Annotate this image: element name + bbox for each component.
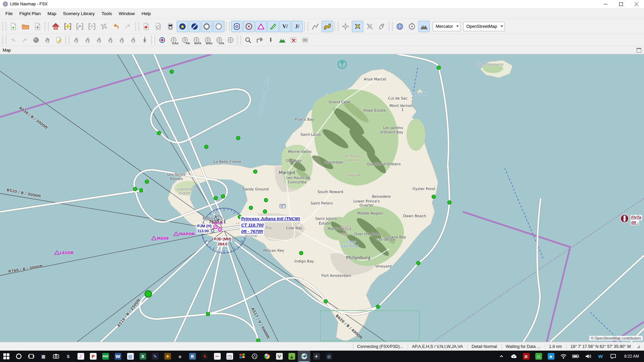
- toggle-jet-airways-button[interactable]: J/: [291, 21, 303, 32]
- toggle-waypoints-button[interactable]: [255, 21, 267, 32]
- toggle-online-aircraft-button[interactable]: [376, 21, 387, 32]
- center-next-waypoint-button[interactable]: [105, 35, 116, 45]
- toggle-hillshading-button[interactable]: [418, 21, 430, 32]
- taskbar-clock[interactable]: 8:22 AM: [619, 351, 644, 362]
- toolbar-handle[interactable]: [65, 36, 69, 44]
- airspace-other-button[interactable]: OTR: [214, 35, 224, 45]
- taskbar-app-s[interactable]: S: [62, 351, 74, 362]
- menu-scenery-library[interactable]: Scenery Library: [60, 10, 98, 17]
- center-route-button[interactable]: [128, 35, 139, 45]
- show-aircraft-departure-button[interactable]: [98, 21, 110, 32]
- toggle-hard-runway-airports-button[interactable]: [189, 21, 200, 32]
- taskbar-chrome[interactable]: [261, 351, 273, 362]
- taskbar-r-app[interactable]: R: [186, 351, 199, 362]
- toolbar-handle[interactable]: [2, 22, 6, 31]
- airspace-restricted-button[interactable]: RSTR: [191, 35, 202, 45]
- tray-show-hidden-icons[interactable]: [495, 351, 507, 362]
- tray-wifi[interactable]: [557, 351, 570, 362]
- adjust-view-route-button[interactable]: [74, 21, 86, 32]
- toolbar-handle[interactable]: [237, 36, 241, 44]
- taskbar-windows-legacy[interactable]: [236, 351, 248, 362]
- show-airport-doc-button[interactable]: [153, 21, 164, 32]
- airspace-fir-button[interactable]: FIR: [179, 35, 190, 45]
- tray-internet-helper[interactable]: e: [545, 351, 557, 362]
- toolbar-handle[interactable]: [389, 22, 393, 31]
- taskbar-presenter[interactable]: ◳: [223, 351, 236, 362]
- taskbar-steam[interactable]: ◎: [323, 351, 335, 362]
- menu-flight-plan[interactable]: Flight Plan: [16, 10, 44, 17]
- toggle-aircraft-button[interactable]: [340, 21, 351, 32]
- tray-tablet-driver[interactable]: W: [594, 351, 607, 362]
- taskbar-game-app[interactable]: ❖: [161, 351, 174, 362]
- taskbar-notepad[interactable]: ▤: [124, 351, 137, 362]
- tray-password-manager[interactable]: ::: [532, 351, 545, 362]
- reset-search-button[interactable]: [288, 35, 299, 45]
- toggle-vor-button[interactable]: [231, 21, 243, 32]
- taskbar-red-app[interactable]: ϟ: [199, 351, 211, 362]
- taskbar-pdf-editor[interactable]: P: [87, 351, 99, 362]
- menu-tools[interactable]: Tools: [98, 10, 115, 17]
- vertical-track-button[interactable]: [139, 35, 150, 45]
- toolbar-handle[interactable]: [304, 22, 308, 31]
- dock-float-button[interactable]: [637, 48, 641, 53]
- resize-grip[interactable]: [637, 345, 640, 348]
- taskbar-excel[interactable]: X: [137, 351, 149, 362]
- toggle-grid-button[interactable]: [394, 21, 406, 32]
- measure-distance-button[interactable]: [254, 35, 265, 45]
- airport-label[interactable]: Princess Juliana Intl (TNCM) CT 118.700 …: [240, 216, 301, 235]
- toolbar-handle[interactable]: [334, 22, 338, 31]
- map-hand-mode-button[interactable]: [42, 35, 53, 45]
- minimize-button[interactable]: [598, 0, 613, 8]
- airspace-icao-button[interactable]: ICAO: [168, 35, 179, 45]
- open-flight-plan-button[interactable]: [20, 21, 31, 32]
- map-position-back-button[interactable]: [110, 21, 122, 32]
- airspace-special-button[interactable]: SPEC: [202, 35, 213, 45]
- toggle-ndb-button[interactable]: [243, 21, 255, 32]
- toggle-soft-runway-airports-button[interactable]: [201, 21, 212, 32]
- taskbar-photo-editor[interactable]: ✎: [149, 351, 161, 362]
- toggle-ai-aircraft-button[interactable]: [364, 21, 375, 32]
- map-position-forward-button[interactable]: [122, 21, 134, 32]
- cortana-search-button[interactable]: [12, 351, 25, 362]
- search-map-button[interactable]: [243, 35, 253, 45]
- maximize-button[interactable]: [613, 0, 629, 8]
- new-flight-plan-button[interactable]: [8, 21, 19, 32]
- tray-onedrive[interactable]: [507, 351, 520, 362]
- edit-userpoint-button[interactable]: [53, 35, 64, 45]
- center-aircraft-leg-button[interactable]: [82, 35, 93, 45]
- tray-volume[interactable]: [582, 351, 594, 362]
- toolbar-handle[interactable]: [151, 36, 155, 44]
- basemap-combo[interactable]: OpenStreetMap: [463, 22, 505, 31]
- taskbar-obs[interactable]: [248, 351, 261, 362]
- center-leg-button[interactable]: [94, 35, 104, 45]
- taskbar-snipping-tool[interactable]: ✂: [211, 351, 223, 362]
- toolbar-handle[interactable]: [2, 36, 6, 44]
- taskbar-writer[interactable]: W: [112, 351, 124, 362]
- toggle-track-button[interactable]: [322, 21, 333, 32]
- taskbar-archive-app[interactable]: ◆: [174, 351, 186, 362]
- start-button[interactable]: [0, 351, 12, 362]
- home-view-button[interactable]: [50, 21, 61, 32]
- map-back-button[interactable]: [8, 35, 18, 45]
- toggle-addon-airports-button[interactable]: [177, 21, 188, 32]
- toggle-flight-plan-button[interactable]: [310, 21, 321, 32]
- show-addon-flag-button[interactable]: [141, 21, 152, 32]
- toggle-user-aircraft-button[interactable]: [352, 21, 363, 32]
- tray-action-center[interactable]: [607, 351, 619, 362]
- taskbar-fsx[interactable]: ▲: [285, 351, 298, 362]
- taskbar-pdf-reader[interactable]: PDF: [99, 351, 112, 362]
- taskbar-little-navmap[interactable]: [298, 351, 310, 362]
- save-flight-plan-button[interactable]: [32, 21, 43, 32]
- taskbar-media-player[interactable]: V: [273, 351, 285, 362]
- tray-battery[interactable]: [570, 351, 582, 362]
- toggle-cities-button[interactable]: [406, 21, 418, 32]
- show-info-button[interactable]: I: [265, 35, 276, 45]
- airspace-plain-button[interactable]: [225, 35, 236, 45]
- toolbar-handle[interactable]: [45, 22, 49, 31]
- center-destination-button[interactable]: [116, 35, 127, 45]
- taskbar-camera[interactable]: [50, 351, 62, 362]
- toggle-ils-button[interactable]: [267, 21, 279, 32]
- tray-antivirus[interactable]: ≋: [520, 351, 532, 362]
- menu-help[interactable]: Help: [138, 10, 154, 17]
- show-airport-flag-button[interactable]: [165, 21, 176, 32]
